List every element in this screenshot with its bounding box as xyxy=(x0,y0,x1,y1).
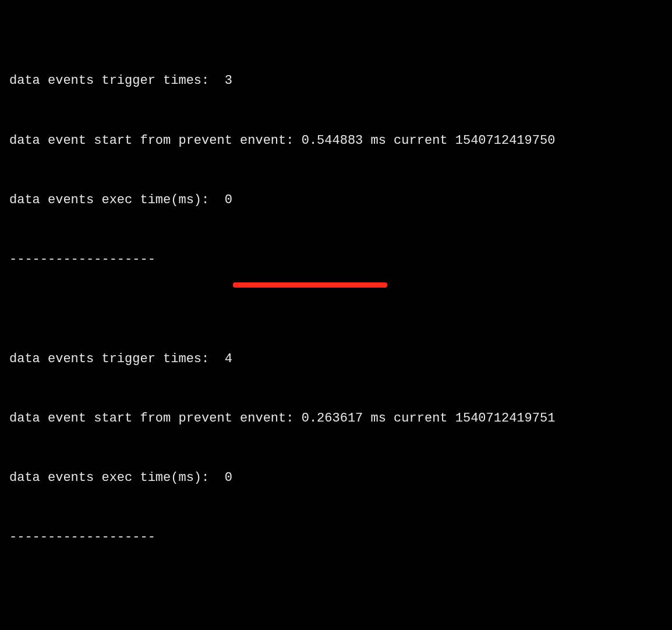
log-separator: ------------------- xyxy=(9,528,663,547)
value-trigger: 4 xyxy=(225,352,232,366)
log-line-trigger: data events trigger times: 3 xyxy=(9,71,663,91)
label-ms: ms xyxy=(363,411,386,426)
log-line-trigger: data events trigger times: 5 xyxy=(9,627,663,630)
label-start: data event start from prevent envent: xyxy=(9,411,302,426)
annotation-underline xyxy=(233,282,387,288)
value-start-ms: 0.544883 xyxy=(302,133,363,148)
terminal-output: data events trigger times: 3 data event … xyxy=(0,0,672,630)
label-current: current xyxy=(386,411,455,426)
value-exec: 0 xyxy=(225,193,232,207)
label-ms: ms xyxy=(363,133,386,148)
value-start-ms: 0.263617 xyxy=(302,411,363,426)
log-line-start: data event start from prevent envent: 0.… xyxy=(9,131,663,151)
value-exec: 0 xyxy=(225,470,232,485)
value-trigger: 3 xyxy=(225,73,232,88)
label-start: data event start from prevent envent: xyxy=(9,133,302,148)
label-trigger: data events trigger times: xyxy=(9,73,225,88)
label-trigger: data events trigger times: xyxy=(9,352,225,366)
log-line-exec: data events exec time(ms): 0 xyxy=(9,190,663,210)
log-line-start: data event start from prevent envent: 0.… xyxy=(9,409,663,429)
value-current: 1540712419751 xyxy=(455,411,556,426)
label-exec: data events exec time(ms): xyxy=(9,470,225,485)
log-line-trigger: data events trigger times: 4 xyxy=(9,349,663,369)
log-separator: ------------------- xyxy=(9,250,663,270)
log-line-exec: data events exec time(ms): 0 xyxy=(9,468,663,488)
value-current: 1540712419750 xyxy=(455,133,556,148)
label-exec: data events exec time(ms): xyxy=(9,193,225,207)
label-current: current xyxy=(386,133,455,148)
